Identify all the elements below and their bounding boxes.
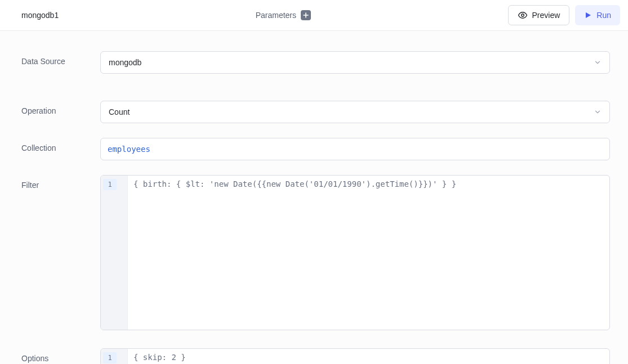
data-source-label: Data Source [21, 51, 100, 66]
svg-point-0 [521, 14, 524, 17]
header-actions: Preview Run [508, 5, 620, 25]
plus-icon [303, 12, 309, 18]
data-source-select[interactable]: mongodb [100, 51, 610, 74]
data-source-value: mongodb [109, 58, 141, 67]
add-parameter-button[interactable] [301, 10, 311, 20]
line-number: 1 [103, 179, 117, 190]
filter-editor[interactable]: 1 { birth: { $lt: 'new Date({{new Date('… [100, 175, 610, 330]
parameters-label: Parameters [256, 11, 296, 20]
filter-label: Filter [21, 175, 100, 190]
row-operation: Operation Count [21, 101, 610, 123]
play-icon [584, 11, 592, 19]
chevron-down-icon [594, 59, 602, 66]
collection-value: employees [108, 145, 150, 154]
collection-label: Collection [21, 138, 100, 152]
row-options: Options 1 { skip: 2 } [21, 348, 610, 364]
filter-code: { birth: { $lt: 'new Date({{new Date('01… [128, 176, 609, 330]
options-code: { skip: 2 } [128, 349, 609, 364]
eye-icon [518, 10, 528, 20]
filter-gutter: 1 [101, 176, 128, 330]
header-center: Parameters [59, 10, 507, 20]
operation-select[interactable]: Count [100, 101, 610, 123]
header-bar: mongodb1 Parameters Preview Run [0, 0, 628, 31]
options-label: Options [21, 348, 100, 363]
form-body: Data Source mongodb Operation Count Coll… [0, 31, 628, 364]
preview-button[interactable]: Preview [508, 5, 570, 25]
options-editor[interactable]: 1 { skip: 2 } [100, 348, 610, 364]
row-data-source: Data Source mongodb [21, 51, 610, 74]
run-button[interactable]: Run [575, 5, 620, 25]
options-gutter: 1 [101, 349, 128, 364]
operation-value: Count [109, 107, 130, 116]
run-button-label: Run [596, 11, 611, 20]
operation-label: Operation [21, 101, 100, 115]
chevron-down-icon [594, 108, 602, 116]
row-collection: Collection employees [21, 138, 610, 160]
row-filter: Filter 1 { birth: { $lt: 'new Date({{new… [21, 175, 610, 330]
line-number: 1 [103, 352, 117, 363]
query-name[interactable]: mongodb1 [21, 11, 59, 20]
collection-input[interactable]: employees [100, 138, 610, 160]
preview-button-label: Preview [532, 11, 560, 20]
